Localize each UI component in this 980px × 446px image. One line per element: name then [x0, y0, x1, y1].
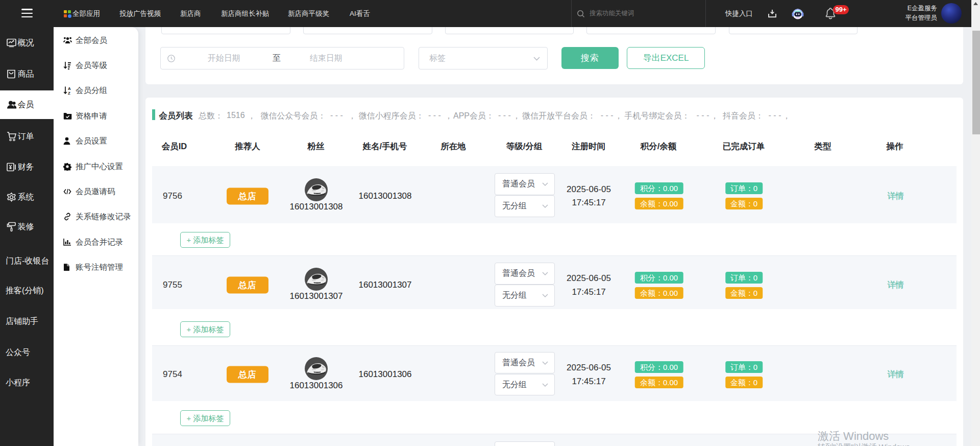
- svg-text:Z: Z: [68, 90, 70, 95]
- svg-text:A: A: [68, 86, 71, 90]
